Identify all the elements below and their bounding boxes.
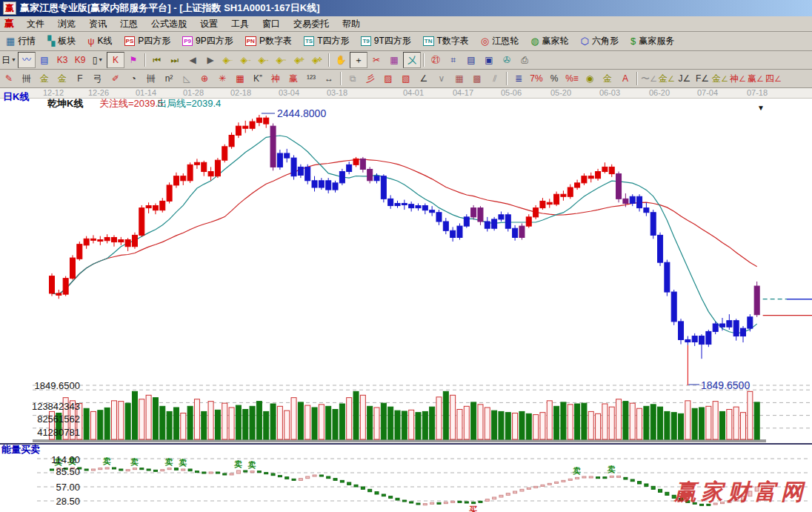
j-angle-button[interactable]: J∠ <box>676 70 693 87</box>
h-span-button[interactable]: ↔ <box>320 70 338 87</box>
crosshair-tool-button[interactable]: ＋ <box>350 52 367 68</box>
calculator-button[interactable]: ⌗ <box>445 52 462 68</box>
gann-wheel-button[interactable]: ◎江恩轮 <box>476 33 524 50</box>
kline-button[interactable]: ψK线 <box>82 33 117 50</box>
wave-angle-button[interactable]: 〜∠ <box>640 70 658 87</box>
calendar-button[interactable]: ㉑ <box>427 52 445 68</box>
t-number-table-button[interactable]: TNT数字表 <box>418 33 474 50</box>
ying-angle-button[interactable]: 赢∠ <box>747 70 765 87</box>
notes-button[interactable]: ▤ <box>462 52 480 68</box>
percent7-button[interactable]: 7% <box>528 70 545 87</box>
diamond-hspan-button[interactable]: ◈↔ <box>255 52 273 68</box>
v-lines-button[interactable]: ∨ <box>433 70 450 87</box>
diamond-left-button[interactable]: ◈← <box>219 52 237 68</box>
ying-tool-button[interactable]: 赢 <box>284 70 302 87</box>
p-number-table-button[interactable]: PNP数字表 <box>240 33 297 50</box>
diamond-move-button[interactable]: ◈✜ <box>308 52 326 68</box>
box-select-button[interactable]: ⧉ <box>344 70 362 87</box>
circle-cross-button[interactable]: ⊕ <box>196 70 213 87</box>
t-square-button[interactable]: TST四方形 <box>299 33 355 50</box>
n-square-button[interactable]: n² <box>160 70 178 87</box>
menu-item-3[interactable]: 资讯 <box>82 16 113 32</box>
first-page-button[interactable]: ⏮ <box>148 52 166 68</box>
gann-circle-button[interactable]: ◔ <box>124 70 142 87</box>
color-flag-button[interactable]: ⚑ <box>124 52 142 68</box>
menu-item-1[interactable]: 文件 <box>20 16 51 32</box>
f-angle-button[interactable]: F∠ <box>693 70 711 87</box>
kline-3-button[interactable]: K3 <box>53 52 71 68</box>
box-rays-button[interactable]: ▧ <box>397 70 415 87</box>
hexagon-button[interactable]: ⬡六角形 <box>576 33 624 50</box>
pattern-tool-button[interactable]: ▦ <box>385 52 403 68</box>
menu-item-8[interactable]: 窗口 <box>256 16 287 32</box>
chart-area[interactable]: 12-1212-2601-1401-2802-1803-0403-1804-01… <box>0 87 812 512</box>
gann-gold-lines-button[interactable]: 金 <box>36 70 53 87</box>
kline-chart-canvas[interactable]: 卖卖卖卖卖卖卖卖卖卖买 <box>0 97 812 512</box>
fan-rays-button[interactable]: 彡 <box>362 70 379 87</box>
diamond-cross-button[interactable]: ◈✛ <box>290 52 308 68</box>
cut-tool-button[interactable]: ✂ <box>367 52 385 68</box>
grid-box-button[interactable]: ▦ <box>231 70 249 87</box>
chevron-down-icon[interactable]: ▼ <box>757 104 765 112</box>
t9-square-button[interactable]: T99T四方形 <box>356 33 416 50</box>
prev-button[interactable]: ◀ <box>184 52 202 68</box>
menu-item-4[interactable]: 江恩 <box>113 16 144 32</box>
percent-button[interactable]: % <box>545 70 563 87</box>
theme-tool-button[interactable]: 㐅 <box>403 52 421 68</box>
gann-lines-button[interactable]: 卌 <box>18 70 36 87</box>
info-panel-button[interactable]: ▤ <box>36 52 53 68</box>
kline-9-button[interactable]: K9 <box>71 52 89 68</box>
draw-brush-button[interactable]: ✎ <box>0 70 18 87</box>
price-grid-button[interactable]: ≣ <box>510 70 528 87</box>
gold-circle-button[interactable]: ◉ <box>581 70 599 87</box>
red-marker-button[interactable]: ✐ <box>107 70 124 87</box>
p9-square-button[interactable]: P99P四方形 <box>177 33 238 50</box>
diamond-right-button[interactable]: ◈→ <box>237 52 255 68</box>
next-button[interactable]: ▶ <box>202 52 219 68</box>
spiral-button[interactable]: 弓 <box>89 70 107 87</box>
hash-lines-button[interactable]: 卌 <box>142 70 160 87</box>
period-day-dropdown[interactable]: 日▼ <box>0 52 18 68</box>
star-burst-button[interactable]: ✳ <box>213 70 231 87</box>
k-quote-button[interactable]: Kˮ <box>249 70 267 87</box>
percent-lines-button[interactable]: %≡ <box>563 70 581 87</box>
gold-angle2-button[interactable]: 金∠ <box>711 70 729 87</box>
menu-item-7[interactable]: 工具 <box>224 16 256 32</box>
p-square-button[interactable]: PSP四方形 <box>119 33 176 50</box>
menu-item-5[interactable]: 公式选股 <box>144 16 193 32</box>
red-grid-arrow-button[interactable]: ▩ <box>468 70 486 87</box>
menu-item-6[interactable]: 设置 <box>193 16 224 32</box>
save-button[interactable]: ▣ <box>480 52 498 68</box>
winner-service-button[interactable]: $赢家服务 <box>625 33 679 50</box>
pen-a-button[interactable]: A <box>616 70 634 87</box>
quotes-button[interactable]: ▦行情 <box>1 33 41 50</box>
menu-item-2[interactable]: 浏览 <box>51 16 82 32</box>
candle-style-dropdown[interactable]: ▯▼ <box>89 52 107 68</box>
fib-lines-button[interactable]: F <box>71 70 89 87</box>
abacus-button[interactable]: ¹²³ <box>302 70 320 87</box>
candle-style-dropdown-dropdown-icon: ▼ <box>98 56 103 64</box>
qiankun-kline-toggle[interactable]: 〰 <box>18 52 36 68</box>
gold-level-button[interactable]: 金 <box>599 70 616 87</box>
shen-angle-button[interactable]: 神∠ <box>729 70 747 87</box>
menu-item-10[interactable]: 帮助 <box>336 16 367 32</box>
protractor-button[interactable]: ◺ <box>178 70 196 87</box>
indicator-axis-label: 57.00 <box>6 482 80 493</box>
kx-indicator-toggle[interactable]: K <box>107 52 124 68</box>
gold-angle-button[interactable]: 金∠ <box>658 70 676 87</box>
gann-gold-lines2-button[interactable]: 金 <box>53 70 71 87</box>
diamond-expand-button[interactable]: ◈⇔ <box>273 52 290 68</box>
winner-wheel-button[interactable]: ◍赢家轮 <box>525 33 573 50</box>
box-fan-button[interactable]: ▨ <box>379 70 397 87</box>
save-sync-button[interactable]: ✇ <box>498 52 516 68</box>
last-page-button[interactable]: ⏭ <box>166 52 184 68</box>
red-grid-button[interactable]: ▦ <box>450 70 468 87</box>
parallel-lines-button[interactable]: ⫽ <box>486 70 504 87</box>
angle-lines-button[interactable]: ∠ <box>415 70 433 87</box>
menu-item-9[interactable]: 交易委托 <box>287 16 336 32</box>
print-button[interactable]: ⎙ <box>516 52 533 68</box>
four-angle-button[interactable]: 四∠ <box>765 70 782 87</box>
shen-tool-button[interactable]: 神 <box>267 70 284 87</box>
hand-tool-button[interactable]: ✋ <box>332 52 350 68</box>
sectors-button[interactable]: ▚板块 <box>42 33 81 50</box>
